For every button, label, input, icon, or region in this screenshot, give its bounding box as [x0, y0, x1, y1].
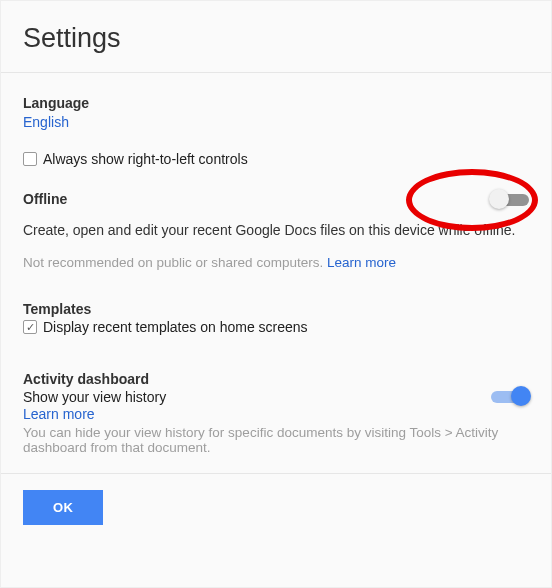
offline-description: Create, open and edit your recent Google…	[23, 221, 529, 241]
rtl-checkbox[interactable]	[23, 152, 37, 166]
offline-hint: Not recommended on public or shared comp…	[23, 255, 529, 270]
templates-checkbox-label: Display recent templates on home screens	[43, 319, 308, 335]
toggle-thumb	[489, 189, 509, 209]
ok-button[interactable]: OK	[23, 490, 103, 525]
activity-learn-more-link[interactable]: Learn more	[23, 406, 95, 422]
offline-toggle[interactable]	[491, 193, 529, 207]
page-title: Settings	[23, 23, 529, 54]
templates-checkbox[interactable]	[23, 320, 37, 334]
offline-learn-more-link[interactable]: Learn more	[327, 255, 396, 270]
language-link[interactable]: English	[23, 114, 69, 130]
activity-label: Activity dashboard	[23, 371, 529, 387]
rtl-checkbox-label: Always show right-to-left controls	[43, 151, 248, 167]
templates-label: Templates	[23, 301, 529, 317]
language-label: Language	[23, 95, 529, 111]
offline-label: Offline	[23, 191, 67, 207]
toggle-thumb	[511, 386, 531, 406]
show-history-label: Show your view history	[23, 389, 166, 405]
activity-toggle[interactable]	[491, 390, 529, 404]
offline-row: Offline	[23, 191, 529, 209]
activity-row: Show your view history	[23, 389, 529, 405]
activity-hint: You can hide your view history for speci…	[23, 425, 529, 455]
